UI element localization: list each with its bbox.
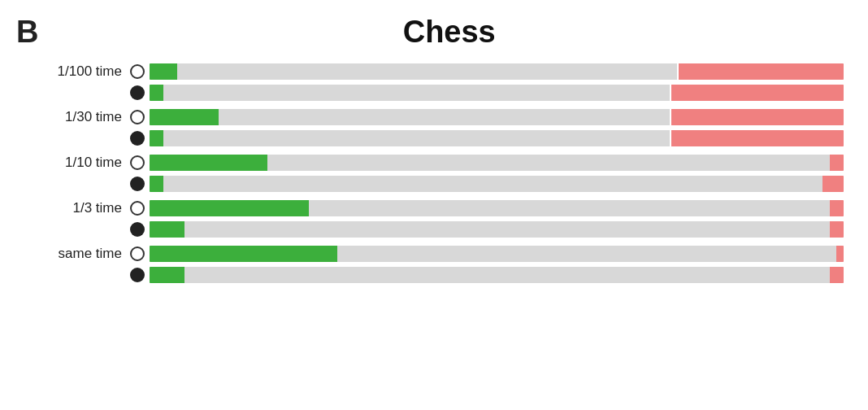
bar-gray — [337, 246, 837, 262]
bar-row-0-bottom — [24, 83, 844, 102]
bar-row-0-top: 1/100 time — [24, 62, 844, 81]
dot-open — [130, 64, 145, 79]
bar-green — [150, 267, 184, 283]
bar-track-0-top — [150, 63, 844, 80]
row-group-4: same time — [24, 244, 844, 285]
bar-track-2-bottom — [150, 176, 844, 192]
bar-green — [150, 246, 337, 262]
bar-pink — [671, 85, 844, 101]
bar-gray — [184, 221, 830, 238]
bar-green — [150, 63, 177, 80]
bar-green — [150, 130, 163, 146]
bar-gray — [163, 85, 670, 101]
dot-filled — [130, 131, 145, 146]
bar-pink — [830, 155, 844, 171]
row-label-0: 1/100 time — [24, 63, 130, 80]
bar-track-1-top — [150, 109, 844, 125]
bar-gray — [309, 200, 830, 216]
bar-pink — [836, 246, 844, 262]
bar-gray — [267, 155, 830, 171]
bar-pink — [830, 200, 844, 216]
row-group-0: 1/100 time — [24, 62, 844, 102]
bar-track-4-top — [150, 246, 844, 262]
dot-open — [130, 201, 145, 216]
row-label-4: same time — [24, 246, 130, 262]
dot-filled — [130, 222, 145, 237]
dot-filled — [130, 85, 145, 100]
bar-row-3-top: 1/3 time — [24, 198, 844, 218]
bar-green — [150, 155, 267, 171]
bar-green — [150, 221, 184, 238]
bar-row-4-top: same time — [24, 244, 844, 264]
bar-track-1-bottom — [150, 130, 844, 146]
bar-row-1-bottom — [24, 129, 844, 148]
bar-green — [150, 176, 163, 192]
row-group-2: 1/10 time — [24, 153, 844, 194]
chart-title: Chess — [54, 16, 844, 47]
bar-green — [150, 200, 309, 216]
bar-gray — [163, 176, 822, 192]
main-container: B Chess 1/100 time1/30 time1/10 time1/3 … — [0, 0, 868, 410]
bar-pink — [671, 109, 844, 125]
bar-pink — [822, 176, 844, 192]
bar-track-2-top — [150, 155, 844, 171]
dot-filled — [130, 177, 145, 191]
bar-pink — [830, 221, 844, 238]
bar-pink — [679, 63, 844, 80]
dot-open — [130, 246, 145, 261]
bar-gray — [219, 109, 670, 125]
chart-area: 1/100 time1/30 time1/10 time1/3 timesame… — [16, 62, 844, 394]
row-group-1: 1/30 time — [24, 107, 844, 148]
bar-green — [150, 109, 219, 125]
bar-row-2-bottom — [24, 174, 844, 194]
panel-label: B — [16, 16, 38, 47]
bar-row-3-bottom — [24, 220, 844, 239]
bar-row-4-bottom — [24, 265, 844, 285]
bar-row-2-top: 1/10 time — [24, 153, 844, 172]
bar-row-1-top: 1/30 time — [24, 107, 844, 127]
bar-track-4-bottom — [150, 267, 844, 283]
row-group-3: 1/3 time — [24, 198, 844, 239]
bar-track-0-bottom — [150, 85, 844, 101]
dot-open — [130, 155, 145, 170]
bar-track-3-bottom — [150, 221, 844, 238]
row-label-2: 1/10 time — [24, 155, 130, 171]
header-row: B Chess — [16, 16, 844, 47]
bar-gray — [163, 130, 670, 146]
dot-open — [130, 110, 145, 124]
dot-filled — [130, 268, 145, 282]
bar-gray — [184, 267, 830, 283]
row-label-3: 1/3 time — [24, 200, 130, 216]
bar-green — [150, 85, 163, 101]
bar-pink — [671, 130, 844, 146]
bar-pink — [830, 267, 844, 283]
row-label-1: 1/30 time — [24, 109, 130, 125]
bar-track-3-top — [150, 200, 844, 216]
bar-gray — [177, 63, 677, 80]
